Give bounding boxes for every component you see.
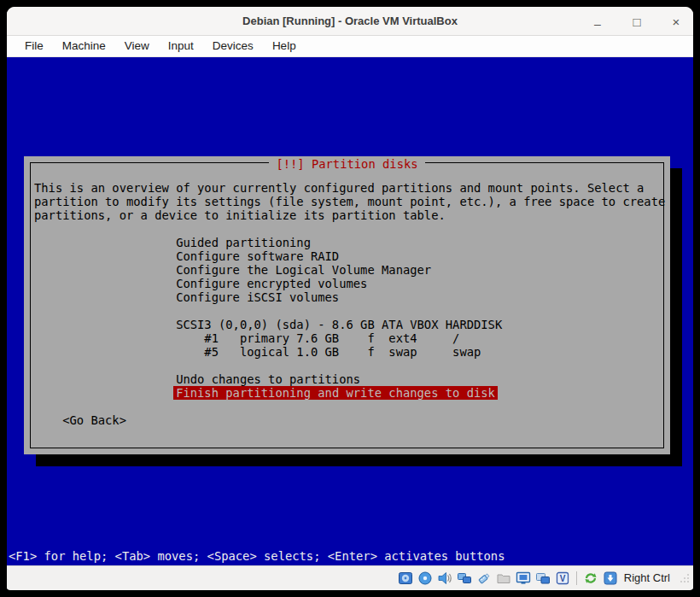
dialog-body-text-line: partitions, or a device to initialize it…	[34, 208, 663, 222]
mouse-integration-icon[interactable]	[583, 571, 598, 586]
optical-drives-icon[interactable]	[417, 571, 433, 586]
partition-disks-dialog: [!!] Partition disks This is an overview…	[24, 156, 670, 454]
audio-icon[interactable]	[437, 571, 452, 586]
menu-option-configure-lvm[interactable]: Configure the Logical Volume Manager	[34, 263, 663, 277]
recording-icon[interactable]	[535, 571, 551, 586]
menu-view[interactable]: View	[115, 36, 159, 56]
disk-entry-sda[interactable]: SCSI3 (0,0,0) (sda) - 8.6 GB ATA VBOX HA…	[34, 318, 663, 331]
menu-file[interactable]: File	[15, 36, 53, 56]
partition-row-1[interactable]: #1 primary 7.6 GB f ext4 /	[34, 331, 663, 345]
menu-option-guided-partitioning[interactable]: Guided partitioning	[34, 236, 663, 249]
hard-disks-icon[interactable]	[398, 571, 413, 586]
menu-devices[interactable]: Devices	[203, 36, 263, 56]
menu-input[interactable]: Input	[159, 36, 203, 56]
selected-option-highlight[interactable]: Finish partitioning and write changes to…	[173, 386, 498, 400]
menu-option-undo-changes[interactable]: Undo changes to partitions	[34, 372, 663, 386]
shared-folders-icon[interactable]	[496, 571, 511, 586]
titlebar: Debian [Running] - Oracle VM VirtualBox …	[7, 7, 693, 36]
go-back-button[interactable]: <Go Back>	[34, 413, 663, 427]
menu-option-configure-iscsi-volumes[interactable]: Configure iSCSI volumes	[34, 290, 663, 304]
blank-line	[34, 304, 663, 318]
menu-option-configure-encrypted-volumes[interactable]: Configure encrypted volumes	[34, 277, 663, 290]
installer-help-bar: <F1> for help; <Tab> moves; <Space> sele…	[9, 549, 505, 563]
blank-line	[34, 359, 663, 372]
dialog-body-text-line: This is an overview of your currently co…	[34, 181, 663, 195]
virtualbox-window: Debian [Running] - Oracle VM VirtualBox …	[7, 7, 693, 590]
resize-grip[interactable]	[680, 572, 690, 584]
usb-icon[interactable]	[476, 571, 492, 586]
statusbar: V Right Ctrl	[7, 565, 693, 589]
keyboard-capture-icon[interactable]	[603, 571, 618, 586]
window-controls: – □ ×	[589, 7, 685, 36]
blank-line	[34, 400, 663, 413]
dialog-body-text-line: partition to modify its settings (file s…	[34, 195, 663, 208]
vm-screen: [!!] Partition disks This is an overview…	[7, 57, 693, 565]
host-key-label: Right Ctrl	[624, 571, 670, 584]
menu-help[interactable]: Help	[263, 36, 306, 56]
partition-row-5[interactable]: #5 logical 1.0 GB f swap swap	[34, 345, 663, 359]
blank-line	[34, 222, 663, 236]
screenshot-root: { "window": { "title": "Debian [Running]…	[0, 0, 700, 597]
menu-machine[interactable]: Machine	[53, 36, 115, 56]
network-icon[interactable]	[457, 571, 472, 586]
svg-text:V: V	[559, 574, 565, 583]
menubar: File Machine View Input Devices Help	[7, 36, 693, 57]
menu-option-finish-partitioning[interactable]: Finish partitioning and write changes to…	[34, 386, 663, 400]
features-icon[interactable]: V	[555, 571, 570, 586]
minimize-button[interactable]: –	[589, 13, 606, 30]
statusbar-separator	[576, 571, 577, 585]
dialog-content: This is an overview of your currently co…	[34, 181, 663, 427]
close-button[interactable]: ×	[668, 13, 685, 30]
maximize-button[interactable]: □	[628, 13, 645, 30]
dialog-title: [!!] Partition disks	[24, 155, 670, 172]
menu-option-configure-software-raid[interactable]: Configure software RAID	[34, 249, 663, 263]
display-icon[interactable]	[516, 571, 531, 586]
